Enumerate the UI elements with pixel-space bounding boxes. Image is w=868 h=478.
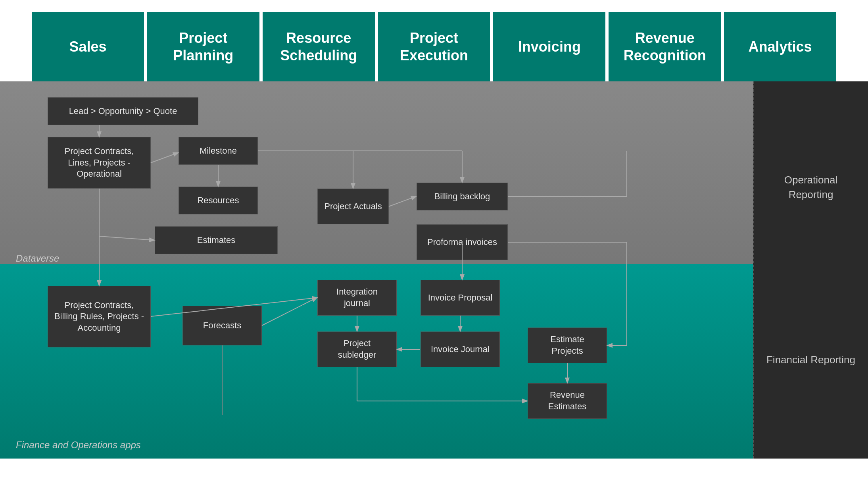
box-billing-backlog: Billing backlog	[417, 183, 508, 210]
box-lead-opportunity: Lead > Opportunity > Quote	[48, 97, 198, 125]
box-integration-journal: Integration journal	[317, 280, 397, 316]
dataverse-label: Dataverse	[16, 253, 59, 264]
tile-resource-scheduling: ResourceScheduling	[263, 12, 375, 81]
diagram-area: Dataverse Finance and Operations apps Op…	[0, 81, 868, 459]
tile-project-execution: ProjectExecution	[378, 12, 490, 81]
box-milestone: Milestone	[179, 137, 258, 165]
tile-sales: Sales	[32, 12, 144, 81]
financial-reporting-label: Financial Reporting	[766, 353, 855, 367]
header-row: Sales ProjectPlanning ResourceScheduling…	[0, 0, 868, 81]
finance-label: Finance and Operations apps	[16, 439, 141, 451]
box-project-contracts-op: Project Contracts, Lines, Projects - Ope…	[48, 137, 151, 189]
box-invoice-journal: Invoice Journal	[421, 332, 500, 367]
box-project-contracts-acc: Project Contracts, Billing Rules, Projec…	[48, 286, 151, 347]
box-project-subledger: Project subledger	[317, 332, 397, 367]
box-forecasts: Forecasts	[182, 306, 262, 345]
box-proforma-invoices: Proforma invoices	[417, 224, 508, 260]
operational-reporting-label: Operational Reporting	[762, 173, 860, 202]
box-project-actuals: Project Actuals	[317, 189, 389, 224]
tile-analytics: Analytics	[724, 12, 836, 81]
box-estimates: Estimates	[155, 226, 278, 254]
analytics-column: Operational Reporting Financial Reportin…	[753, 81, 868, 459]
box-estimate-projects: Estimate Projects	[528, 328, 607, 363]
box-revenue-estimates: Revenue Estimates	[528, 383, 607, 419]
tile-project-planning: ProjectPlanning	[147, 12, 259, 81]
tile-revenue-recognition: RevenueRecognition	[609, 12, 721, 81]
tile-invoicing: Invoicing	[493, 12, 605, 81]
box-resources: Resources	[179, 187, 258, 214]
box-invoice-proposal: Invoice Proposal	[421, 280, 500, 316]
